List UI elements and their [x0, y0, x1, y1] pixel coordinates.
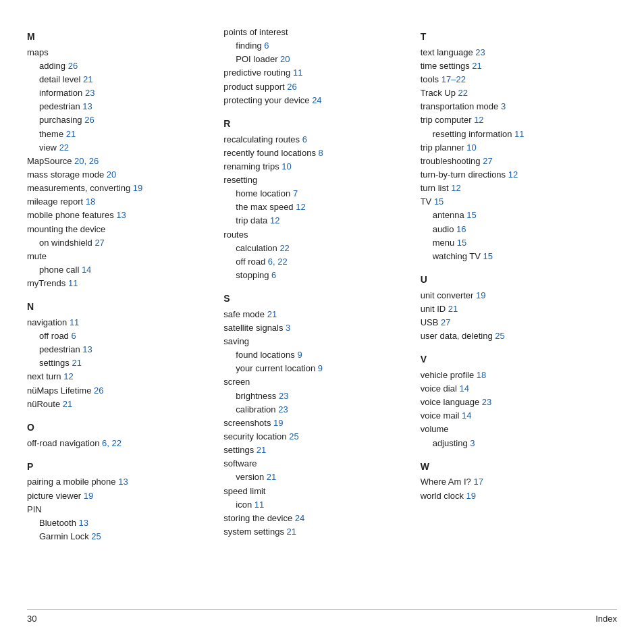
index-entry: user data, deleting 25 — [421, 329, 603, 343]
index-entry: calibration 23 — [223, 403, 406, 417]
page-ref: 17–22 — [441, 74, 466, 84]
page-ref: 13 — [82, 344, 92, 354]
index-entry: nüMaps Lifetime 26 — [27, 384, 210, 398]
index-entry: your current location 9 — [223, 362, 406, 375]
index-entry: navigation 11 — [27, 316, 210, 329]
page-ref: 3 — [286, 323, 290, 333]
page-ref: 8 — [319, 148, 323, 158]
page-ref: 24 — [295, 513, 304, 523]
index-entry: icon 11 — [223, 498, 406, 512]
section-letter: T — [421, 30, 603, 45]
page-ref: 23 — [279, 391, 288, 401]
index-entry: off road 6 — [27, 329, 210, 343]
index-entry: screenshots 19 — [223, 417, 406, 430]
page-ref: 9 — [318, 363, 323, 373]
section-letter: N — [27, 300, 210, 315]
page-ref: 24 — [312, 95, 321, 105]
section-letter: M — [27, 30, 210, 45]
index-entry: detail level 21 — [27, 73, 210, 86]
index-entry: off-road navigation 6, 22 — [27, 437, 210, 450]
page-ref: 21 — [267, 472, 276, 482]
index-entry: safe mode 21 — [223, 308, 406, 321]
page-ref: 26 — [94, 385, 103, 396]
page-ref: 23 — [475, 47, 485, 57]
index-entry: POI loader 20 — [223, 53, 406, 66]
page-ref: 26 — [68, 61, 78, 71]
index-entry: audio 16 — [421, 223, 603, 236]
page-ref: 3 — [501, 101, 506, 111]
page-ref: 22 — [59, 142, 69, 153]
page-ref: 21 — [66, 129, 76, 139]
index-entry: storing the device 24 — [223, 512, 406, 525]
page-ref: 6, 22 — [268, 257, 288, 267]
index-entry: Bluetooth 13 — [27, 516, 210, 530]
page-ref: 12 — [270, 215, 279, 225]
index-entry: nüRoute 21 — [27, 398, 210, 411]
page-ref: 19 — [476, 290, 485, 300]
index-entry: stopping 6 — [223, 269, 406, 282]
page: Mmapsadding 26detail level 21information… — [0, 0, 644, 644]
page-ref: 9 — [297, 350, 302, 360]
index-entry: settings 21 — [223, 444, 406, 457]
index-entry: theme 21 — [27, 128, 210, 141]
index-entry: system settings 21 — [223, 525, 406, 539]
index-entry: the max speed 12 — [223, 200, 406, 214]
section-letter: V — [421, 352, 603, 367]
index-entry: satellite signals 3 — [223, 321, 406, 335]
page-ref: 6 — [264, 41, 269, 51]
page-ref: 12 — [63, 371, 73, 381]
page-ref: 11 — [514, 129, 524, 139]
page-ref: 21 — [83, 74, 92, 84]
index-entry: mute — [27, 250, 210, 263]
index-entry: calculation 22 — [223, 242, 406, 255]
page-ref: 13 — [116, 210, 126, 220]
index-entry: view 22 — [27, 141, 210, 155]
page-ref: 6 — [71, 331, 76, 341]
index-entry: antenna 15 — [421, 209, 603, 222]
index-label: Index — [595, 614, 617, 624]
index-entry: turn-by-turn directions 12 — [421, 168, 603, 182]
page-ref: 11 — [70, 317, 79, 327]
page-ref: 20 — [107, 169, 116, 180]
page-ref: 21 — [72, 358, 81, 368]
index-entry: voice mail 14 — [421, 409, 603, 423]
page-ref: 18 — [477, 370, 486, 380]
page-ref: 21 — [63, 399, 72, 409]
page-ref: 14 — [459, 383, 468, 394]
index-entry: world clock 19 — [421, 489, 603, 503]
page-ref: 26 — [84, 115, 94, 125]
index-entry: brightness 23 — [223, 390, 406, 403]
index-entry: off road 6, 22 — [223, 255, 406, 269]
page-ref: 13 — [118, 477, 128, 487]
index-entry: turn list 12 — [421, 182, 603, 195]
index-entry: mobile phone features 13 — [27, 209, 210, 222]
page-ref: 19 — [466, 491, 476, 501]
section-letter: W — [421, 460, 603, 475]
index-entry: adding 26 — [27, 59, 210, 73]
page-ref: 12 — [508, 169, 518, 180]
page-ref: 6 — [302, 134, 307, 144]
page-ref: 6, 22 — [102, 438, 122, 448]
index-entry: vehicle profile 18 — [421, 369, 603, 382]
index-entry: volume — [421, 423, 603, 436]
section-letter: O — [27, 421, 210, 435]
page-ref: 15 — [457, 238, 466, 248]
page-ref: 12 — [451, 183, 460, 193]
index-entry: unit converter 19 — [421, 289, 603, 302]
page-ref: 18 — [86, 196, 95, 207]
page-ref: 25 — [289, 431, 298, 441]
page-ref: 25 — [495, 331, 504, 341]
page-ref: 27 — [441, 317, 450, 327]
column-1: Mmapsadding 26detail level 21information… — [27, 20, 223, 602]
page-ref: 20, 26 — [74, 156, 99, 166]
index-entry: finding 6 — [223, 39, 406, 53]
index-entry: transportation mode 3 — [421, 100, 603, 113]
index-entry: voice language 23 — [421, 396, 603, 409]
section-letter: R — [223, 117, 406, 132]
index-entry: software — [223, 457, 406, 471]
index-entry: text language 23 — [421, 46, 603, 59]
section-letter: U — [421, 273, 603, 288]
page-ref: 19 — [273, 418, 283, 428]
index-entry: points of interest — [223, 26, 406, 39]
index-entry: pedestrian 13 — [27, 100, 210, 113]
